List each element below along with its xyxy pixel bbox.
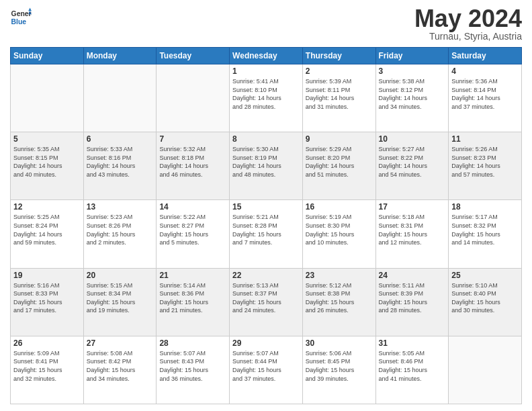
day-number: 9 <box>306 134 373 144</box>
table-row: 7Sunrise: 5:32 AMSunset: 8:18 PMDaylight… <box>157 132 230 200</box>
day-info: Sunrise: 5:09 AMSunset: 8:41 PMDaylight:… <box>13 349 81 383</box>
day-number: 7 <box>159 134 226 144</box>
day-info: Sunrise: 5:12 AMSunset: 8:38 PMDaylight:… <box>306 281 373 315</box>
day-number: 18 <box>451 202 519 212</box>
table-row: 31Sunrise: 5:05 AMSunset: 8:46 PMDayligh… <box>375 336 449 404</box>
table-row: 16Sunrise: 5:19 AMSunset: 8:30 PMDayligh… <box>302 200 375 268</box>
table-row: 3Sunrise: 5:38 AMSunset: 8:12 PMDaylight… <box>375 64 449 132</box>
table-row: 13Sunrise: 5:23 AMSunset: 8:26 PMDayligh… <box>83 200 157 268</box>
table-row: 10Sunrise: 5:27 AMSunset: 8:22 PMDayligh… <box>375 132 449 200</box>
day-info: Sunrise: 5:14 AMSunset: 8:36 PMDaylight:… <box>159 281 226 315</box>
table-row: 20Sunrise: 5:15 AMSunset: 8:34 PMDayligh… <box>83 268 157 336</box>
day-number: 5 <box>13 134 81 144</box>
day-number: 17 <box>379 202 446 212</box>
calendar-header-row: Sunday Monday Tuesday Wednesday Thursday… <box>11 48 522 64</box>
location-subtitle: Turnau, Styria, Austria <box>414 31 522 42</box>
table-row: 25Sunrise: 5:10 AMSunset: 8:40 PMDayligh… <box>449 268 522 336</box>
day-number: 25 <box>451 271 519 280</box>
day-number: 2 <box>306 66 373 76</box>
day-number: 29 <box>232 338 300 348</box>
table-row: 27Sunrise: 5:08 AMSunset: 8:42 PMDayligh… <box>83 336 157 404</box>
day-number: 23 <box>306 271 373 280</box>
table-row: 21Sunrise: 5:14 AMSunset: 8:36 PMDayligh… <box>157 268 230 336</box>
day-number: 24 <box>379 271 446 280</box>
day-info: Sunrise: 5:07 AMSunset: 8:43 PMDaylight:… <box>159 349 226 383</box>
table-row: 14Sunrise: 5:22 AMSunset: 8:27 PMDayligh… <box>157 200 230 268</box>
col-wednesday: Wednesday <box>230 48 303 64</box>
table-row: 4Sunrise: 5:36 AMSunset: 8:14 PMDaylight… <box>449 64 522 132</box>
day-info: Sunrise: 5:25 AMSunset: 8:24 PMDaylight:… <box>13 213 81 246</box>
table-row: 23Sunrise: 5:12 AMSunset: 8:38 PMDayligh… <box>302 268 375 336</box>
table-row: 12Sunrise: 5:25 AMSunset: 8:24 PMDayligh… <box>11 200 84 268</box>
day-number: 10 <box>379 134 446 144</box>
title-block: May 2024 Turnau, Styria, Austria <box>414 7 522 42</box>
day-number: 19 <box>13 271 81 280</box>
day-number: 27 <box>87 338 154 348</box>
day-info: Sunrise: 5:18 AMSunset: 8:31 PMDaylight:… <box>379 213 446 246</box>
col-friday: Friday <box>375 48 449 64</box>
day-number: 30 <box>306 338 373 348</box>
table-row: 24Sunrise: 5:11 AMSunset: 8:39 PMDayligh… <box>375 268 449 336</box>
day-info: Sunrise: 5:16 AMSunset: 8:33 PMDaylight:… <box>13 281 81 315</box>
day-number: 15 <box>232 202 300 212</box>
day-info: Sunrise: 5:32 AMSunset: 8:18 PMDaylight:… <box>159 145 226 179</box>
day-info: Sunrise: 5:38 AMSunset: 8:12 PMDaylight:… <box>379 77 446 111</box>
day-info: Sunrise: 5:23 AMSunset: 8:26 PMDaylight:… <box>87 213 154 246</box>
day-number: 20 <box>87 271 154 280</box>
day-info: Sunrise: 5:10 AMSunset: 8:40 PMDaylight:… <box>451 281 519 315</box>
logo: General Blue <box>10 7 32 28</box>
table-row: 1Sunrise: 5:41 AMSunset: 8:10 PMDaylight… <box>230 64 303 132</box>
calendar-week-1: 1Sunrise: 5:41 AMSunset: 8:10 PMDaylight… <box>11 64 522 132</box>
svg-text:Blue: Blue <box>11 18 27 26</box>
day-info: Sunrise: 5:30 AMSunset: 8:19 PMDaylight:… <box>232 145 300 179</box>
day-number: 4 <box>451 66 519 76</box>
table-row: 5Sunrise: 5:35 AMSunset: 8:15 PMDaylight… <box>11 132 84 200</box>
day-number: 6 <box>87 134 154 144</box>
day-info: Sunrise: 5:05 AMSunset: 8:46 PMDaylight:… <box>379 349 446 383</box>
calendar-week-2: 5Sunrise: 5:35 AMSunset: 8:15 PMDaylight… <box>11 132 522 200</box>
day-number: 11 <box>451 134 519 144</box>
table-row: 29Sunrise: 5:07 AMSunset: 8:44 PMDayligh… <box>230 336 303 404</box>
col-tuesday: Tuesday <box>157 48 230 64</box>
day-info: Sunrise: 5:08 AMSunset: 8:42 PMDaylight:… <box>87 349 154 383</box>
table-row: 17Sunrise: 5:18 AMSunset: 8:31 PMDayligh… <box>375 200 449 268</box>
table-row: 18Sunrise: 5:17 AMSunset: 8:32 PMDayligh… <box>449 200 522 268</box>
col-thursday: Thursday <box>302 48 375 64</box>
page: General Blue May 2024 Turnau, Styria, Au… <box>0 0 532 411</box>
day-number: 12 <box>13 202 81 212</box>
col-saturday: Saturday <box>449 48 522 64</box>
col-sunday: Sunday <box>11 48 84 64</box>
calendar-week-3: 12Sunrise: 5:25 AMSunset: 8:24 PMDayligh… <box>11 200 522 268</box>
table-row: 30Sunrise: 5:06 AMSunset: 8:45 PMDayligh… <box>302 336 375 404</box>
month-title: May 2024 <box>414 7 522 31</box>
calendar-table: Sunday Monday Tuesday Wednesday Thursday… <box>10 47 522 404</box>
day-number: 13 <box>87 202 154 212</box>
day-info: Sunrise: 5:35 AMSunset: 8:15 PMDaylight:… <box>13 145 81 179</box>
day-number: 21 <box>159 271 226 280</box>
day-info: Sunrise: 5:29 AMSunset: 8:20 PMDaylight:… <box>306 145 373 179</box>
col-monday: Monday <box>83 48 157 64</box>
table-row <box>83 64 157 132</box>
day-info: Sunrise: 5:15 AMSunset: 8:34 PMDaylight:… <box>87 281 154 315</box>
table-row: 9Sunrise: 5:29 AMSunset: 8:20 PMDaylight… <box>302 132 375 200</box>
day-info: Sunrise: 5:21 AMSunset: 8:28 PMDaylight:… <box>232 213 300 246</box>
day-number: 28 <box>159 338 226 348</box>
table-row: 11Sunrise: 5:26 AMSunset: 8:23 PMDayligh… <box>449 132 522 200</box>
day-number: 3 <box>379 66 446 76</box>
header: General Blue May 2024 Turnau, Styria, Au… <box>10 7 522 42</box>
svg-marker-2 <box>28 8 32 11</box>
table-row: 2Sunrise: 5:39 AMSunset: 8:11 PMDaylight… <box>302 64 375 132</box>
day-number: 31 <box>379 338 446 348</box>
table-row: 6Sunrise: 5:33 AMSunset: 8:16 PMDaylight… <box>83 132 157 200</box>
table-row: 26Sunrise: 5:09 AMSunset: 8:41 PMDayligh… <box>11 336 84 404</box>
day-info: Sunrise: 5:39 AMSunset: 8:11 PMDaylight:… <box>306 77 373 111</box>
day-info: Sunrise: 5:17 AMSunset: 8:32 PMDaylight:… <box>451 213 519 246</box>
day-number: 22 <box>232 271 300 280</box>
table-row <box>449 336 522 404</box>
day-info: Sunrise: 5:27 AMSunset: 8:22 PMDaylight:… <box>379 145 446 179</box>
day-info: Sunrise: 5:19 AMSunset: 8:30 PMDaylight:… <box>306 213 373 246</box>
day-info: Sunrise: 5:41 AMSunset: 8:10 PMDaylight:… <box>232 77 300 111</box>
day-info: Sunrise: 5:11 AMSunset: 8:39 PMDaylight:… <box>379 281 446 315</box>
logo-icon: General Blue <box>10 7 32 28</box>
day-number: 1 <box>232 66 300 76</box>
